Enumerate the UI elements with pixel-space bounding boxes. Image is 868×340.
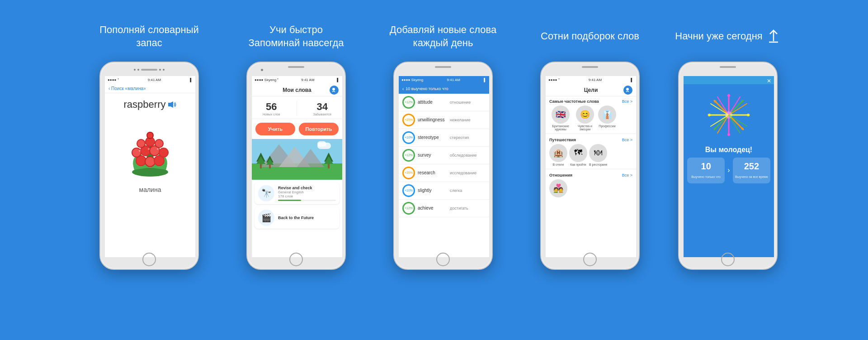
phone4-avatars2: 🏨 В отеле 🗺 Как пройти 🍽 В ресторане: [546, 143, 636, 168]
svg-point-62: [727, 133, 730, 136]
word-row-stereotype: +10%stereotypeстереотип: [399, 129, 489, 147]
phone3-time: 9:41 AM: [447, 78, 460, 82]
phone2-divider: [297, 101, 297, 116]
svg-rect-0: [168, 103, 170, 106]
svg-point-27: [157, 148, 159, 150]
phone3-back-arrow[interactable]: ‹: [402, 86, 404, 91]
card2-avatar: 🎬: [258, 210, 274, 226]
column-2: Учи быстро Запоминай навсегда ●●●● Skyen…: [233, 21, 359, 270]
phone2-inner: ●●●● Skyeng ᵀ 9:41 AM ▌ Мои слова 56 Нов…: [252, 76, 342, 257]
phone2-home-button[interactable]: [289, 253, 303, 266]
svg-point-25: [139, 150, 141, 152]
phone4-section2-all[interactable]: Все >: [622, 138, 632, 142]
phone1-top-dots: [134, 69, 165, 71]
phone5-content: Вы молодец! 10 Выучено только что › 252 …: [684, 84, 774, 257]
phone-2: ●●●● Skyeng ᵀ 9:41 AM ▌ Мои слова 56 Нов…: [246, 62, 346, 270]
phone5-close[interactable]: ✕: [767, 78, 771, 84]
phone4-status-bar: ●●●● ᵀ 9:41 AM ▌: [546, 76, 636, 84]
col3-title: Добавляй новые слова каждый день: [380, 21, 506, 53]
phone4-section3-all[interactable]: Все >: [622, 173, 632, 177]
card1-title: Revise and check: [278, 186, 336, 190]
learn-button[interactable]: Учить: [255, 123, 295, 135]
avatar-feelings-img: 😊: [576, 105, 594, 124]
svg-point-63: [708, 114, 711, 116]
svg-point-61: [727, 94, 730, 97]
phone4-divider1: [546, 134, 636, 134]
repeat-button[interactable]: Повторить: [299, 123, 339, 135]
main-container: Пополняй словарный запас ●●●● ᵀ 9:41 AM …: [86, 12, 782, 329]
phone4-time: 9:41 AM: [589, 78, 602, 82]
phone-3: ●●●● Skyeng 9:41 AM ▌ ‹ 10 выучено тольк…: [393, 62, 493, 270]
word-en-research: research: [418, 170, 447, 175]
word-ru-research: исследование: [450, 171, 476, 175]
phone2-header: Мои слова: [252, 84, 342, 96]
phone-4: ●●●● ᵀ 9:41 AM ▌ Цели Самые частотные сл…: [540, 62, 640, 270]
word-ru-stereotype: стереотип: [450, 135, 469, 140]
svg-point-68: [714, 127, 717, 129]
phone5-stat1-num: 10: [689, 161, 723, 172]
phone2-status-bar: ●●●● Skyeng ᵀ 9:41 AM ▌: [252, 76, 342, 84]
col1-title: Пополняй словарный запас: [86, 21, 212, 53]
phone1-nav-text: ‹ Поиск «малина»: [108, 86, 146, 91]
phone4-avatars1: 🇬🇧 Британские идиомы 😊 Чувства и эмоции …: [546, 105, 636, 133]
phone4-battery: ▌: [631, 78, 633, 82]
phone-1: ●●●● ᵀ 9:41 AM ▌ ‹ Поиск «малина» raspbe…: [99, 62, 199, 270]
avatar-directions-img: 🗺: [569, 144, 587, 162]
word-circle-achieve: +12%: [402, 202, 415, 215]
phone1-signal: ●●●● ᵀ: [108, 78, 119, 82]
avatar-hotel-label: В отеле: [552, 163, 564, 166]
word-en-survey: survey: [418, 153, 447, 158]
avatar-british: 🇬🇧 Британские идиомы: [549, 105, 572, 131]
avatar-restaurant: 🍽 В ресторане: [589, 144, 607, 166]
word-circle-unwillingness: +25%: [402, 114, 415, 126]
phone2-battery: ▌: [337, 78, 340, 82]
phone3-speaker: [435, 66, 451, 68]
avatar-feelings: 😊 Чувства и эмоции: [574, 105, 596, 131]
phone3-home-button[interactable]: [436, 253, 450, 266]
card2-title: Back to the Future: [278, 215, 336, 220]
phone4-icon: [623, 86, 632, 95]
phone3-speaker-area: [394, 66, 492, 68]
card1-avatar: 🔭: [258, 185, 274, 201]
phone5-firework: [704, 88, 754, 142]
phone4-section1-all[interactable]: Все >: [622, 99, 632, 104]
phone4-speaker: [582, 66, 598, 68]
word-ru-slightly: слегка: [450, 188, 462, 193]
svg-point-66: [741, 127, 744, 129]
avatar-rel1: 💑: [549, 179, 567, 197]
word-row-attitude: +12%attitudeотношение: [399, 94, 489, 111]
word-ru-attitude: отношение: [450, 100, 471, 105]
word-circle-stereotype: +10%: [402, 131, 415, 144]
svg-rect-38: [328, 164, 330, 168]
phone5-stat2-label: Выучено за все время: [735, 175, 768, 178]
phone2-card1: 🔭 Revise and check General English 178 с…: [255, 182, 340, 204]
phone4-header-text: Цели: [584, 87, 598, 93]
phone3-battery: ▌: [484, 78, 486, 82]
svg-point-28: [332, 88, 335, 91]
phone1-battery: ▌: [190, 78, 193, 82]
word-en-achieve: achieve: [418, 206, 447, 211]
avatar-professions: 👔 Профессии: [598, 105, 616, 131]
avatar-british-label: Британские идиомы: [549, 125, 572, 131]
phone2-header-text: Мои слова: [283, 87, 311, 93]
firework-svg: [704, 90, 754, 140]
phone4-home-button[interactable]: [583, 253, 597, 266]
phone4-section1-title: Самые частотные слова: [549, 99, 599, 104]
col5-title-text: Начни уже сегодня: [675, 30, 762, 43]
word-circle-attitude: +12%: [402, 96, 415, 109]
phone2-icon: [330, 86, 339, 95]
phone5-home-button[interactable]: [721, 253, 735, 266]
word-row-research: +35%researchисследование: [399, 164, 489, 182]
word-ru-achieve: достигать: [450, 206, 468, 211]
avatar-restaurant-img: 🍽: [589, 144, 607, 162]
phone1-raspberry-image: [114, 112, 186, 182]
phone1-dot2: [137, 69, 139, 71]
word-ru-survey: обследование: [450, 153, 477, 158]
phone3-signal: ●●●● Skyeng: [401, 78, 423, 82]
phone5-stat1: 10 Выучено только что: [687, 158, 725, 183]
word-circle-slightly: +10%: [402, 184, 415, 197]
phone2-camera: [261, 69, 263, 71]
col5-title: Начни уже сегодня: [675, 21, 780, 53]
phone1-home-button[interactable]: [142, 253, 156, 266]
svg-point-4: [137, 156, 146, 165]
